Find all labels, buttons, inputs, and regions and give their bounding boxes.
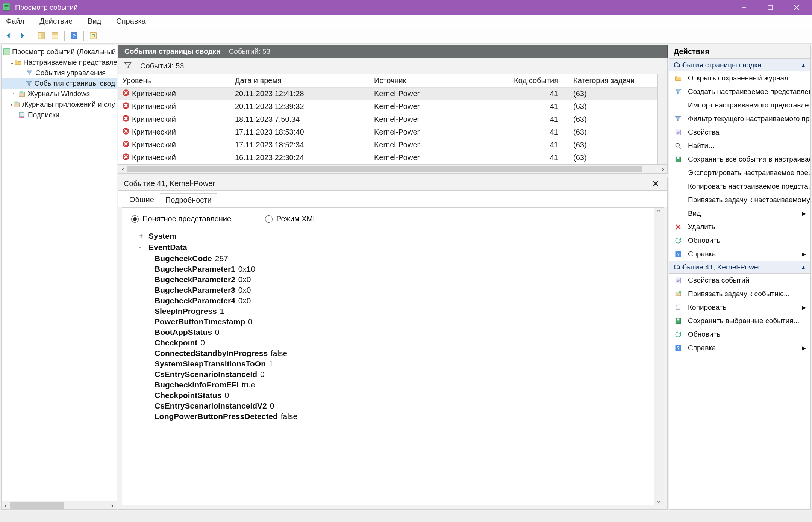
tree-subscriptions[interactable]: Подписки xyxy=(2,110,117,120)
eventdata-key: SystemSleepTransitionsToOn xyxy=(155,359,266,368)
eventdata-item: BugcheckParameter3 0x0 xyxy=(155,286,656,295)
table-row[interactable]: Критический17.11.2023 18:52:34Kernel-Pow… xyxy=(118,139,657,151)
action-item[interactable]: Импорт настраиваемого представле... xyxy=(669,98,810,112)
col-level[interactable]: Уровень xyxy=(118,74,231,88)
svg-rect-18 xyxy=(17,102,18,103)
actions-section-header-1[interactable]: События страницы сводки▲ xyxy=(669,59,810,71)
minimize-button[interactable] xyxy=(731,0,757,15)
action-item[interactable]: Сохранить выбранные события... xyxy=(669,314,810,328)
tree-label: События управления xyxy=(35,69,106,77)
toolbar-forward-button[interactable] xyxy=(17,30,28,41)
menu-action[interactable]: Действие xyxy=(37,15,75,27)
scroll-up-icon[interactable]: ⌃ xyxy=(654,208,664,217)
action-item[interactable]: Копировать▶ xyxy=(669,301,810,314)
eventdata-item: ConnectedStandbyInProgress false xyxy=(155,349,656,358)
action-item[interactable]: Привязать задачу к событию... xyxy=(669,287,810,301)
col-category[interactable]: Категория задачи xyxy=(570,74,657,88)
scroll-left-icon[interactable]: ‹ xyxy=(2,501,10,510)
action-item[interactable]: Сохранить все события в настраивае... xyxy=(669,153,810,166)
center-header-title: События страницы сводки xyxy=(124,47,221,56)
system-node[interactable]: +System xyxy=(139,231,656,241)
actions-section-header-2[interactable]: Событие 41, Kernel-Power▲ xyxy=(669,261,810,274)
table-row[interactable]: Критический18.11.2023 7:50:34Kernel-Powe… xyxy=(118,113,657,126)
menubar: Файл Действие Вид Справка xyxy=(0,15,812,28)
action-item[interactable]: Свойства xyxy=(669,126,810,139)
filter-count: Событий: 53 xyxy=(140,62,184,70)
category-cell: (63) xyxy=(570,139,657,151)
action-label: Создать настраиваемое представлен... xyxy=(688,88,810,96)
radio-xml-view[interactable]: Режим XML xyxy=(265,215,317,223)
col-datetime[interactable]: Дата и время xyxy=(231,74,370,88)
radio-friendly-view[interactable]: Понятное представление xyxy=(131,215,231,223)
tree-root[interactable]: Просмотр событий (Локальный xyxy=(2,47,117,57)
chevron-up-icon: ▲ xyxy=(801,62,806,68)
action-item[interactable]: Привязать задачу к настраиваемому ... xyxy=(669,193,810,207)
table-row[interactable]: Критический20.11.2023 12:39:32Kernel-Pow… xyxy=(118,100,657,113)
source-cell: Kernel-Power xyxy=(370,139,502,151)
action-icon xyxy=(674,236,683,245)
code-cell: 41 xyxy=(502,151,570,164)
action-item[interactable]: Создать настраиваемое представлен... xyxy=(669,85,810,98)
action-item[interactable]: ?Справка▶ xyxy=(669,247,810,261)
action-item[interactable]: Открыть сохраненный журнал... xyxy=(669,71,810,85)
detail-vscrollbar[interactable]: ⌃ ⌄ xyxy=(654,208,664,505)
table-row[interactable]: Критический16.11.2023 22:30:24Kernel-Pow… xyxy=(118,151,657,164)
tree-hscrollbar[interactable]: ‹ › xyxy=(2,501,117,509)
toolbar-back-button[interactable] xyxy=(3,30,14,41)
detail-tabs: Общие Подробности xyxy=(118,191,667,207)
tree-custom-views[interactable]: ⌄ Настраиваемые представлен xyxy=(2,57,117,68)
toolbar-properties-button[interactable] xyxy=(49,30,61,41)
action-label: Справка xyxy=(688,250,716,258)
svg-rect-17 xyxy=(15,102,16,103)
event-list-hscrollbar[interactable]: ‹ › xyxy=(118,164,667,173)
expander-icon[interactable]: ⌄ xyxy=(10,59,14,65)
action-item[interactable]: Свойства событий xyxy=(669,274,810,287)
tab-details[interactable]: Подробности xyxy=(160,193,217,208)
svg-point-49 xyxy=(679,291,682,294)
tree-admin-events[interactable]: События управления xyxy=(2,68,117,78)
level-text: Критический xyxy=(132,102,176,111)
tree-summary-events[interactable]: События страницы свод xyxy=(2,78,117,89)
scroll-right-icon[interactable]: › xyxy=(658,165,667,173)
expander-icon[interactable]: › xyxy=(10,101,13,107)
scroll-right-icon[interactable]: › xyxy=(108,501,117,510)
tab-general[interactable]: Общие xyxy=(124,193,160,207)
detail-close-button[interactable]: ✕ xyxy=(649,178,662,189)
critical-icon xyxy=(122,140,130,150)
action-item[interactable]: Удалить xyxy=(669,220,810,234)
col-source[interactable]: Источник xyxy=(370,74,502,88)
tree-app-logs[interactable]: › Журналы приложений и слу xyxy=(2,99,117,110)
action-item[interactable]: Копировать настраиваемое предста... xyxy=(669,180,810,193)
tree-windows-logs[interactable]: › Журналы Windows xyxy=(2,89,117,99)
maximize-button[interactable] xyxy=(757,0,783,15)
action-item[interactable]: Обновить xyxy=(669,328,810,341)
event-list-header-row: Уровень Дата и время Источник Код событи… xyxy=(118,74,657,88)
menu-view[interactable]: Вид xyxy=(85,15,103,27)
toolbar-refresh-button[interactable] xyxy=(88,30,99,41)
action-icon xyxy=(674,303,683,312)
svg-text:?: ? xyxy=(677,252,680,257)
toolbar-separator xyxy=(64,31,65,41)
close-button[interactable] xyxy=(783,0,810,15)
action-item[interactable]: Вид▶ xyxy=(669,207,810,220)
menu-file[interactable]: Файл xyxy=(4,15,27,27)
table-row[interactable]: Критический20.11.2023 12:41:28Kernel-Pow… xyxy=(118,88,657,100)
action-icon xyxy=(674,114,683,123)
action-item[interactable]: ?Справка▶ xyxy=(669,341,810,355)
scroll-left-icon[interactable]: ‹ xyxy=(118,165,127,173)
toolbar-show-action-pane-button[interactable] xyxy=(36,30,47,41)
eventdata-key: CsEntryScenarioInstanceId xyxy=(155,370,257,378)
menu-help[interactable]: Справка xyxy=(114,15,148,27)
action-item[interactable]: Фильтр текущего настраиваемого пр... xyxy=(669,112,810,126)
table-row[interactable]: Критический17.11.2023 18:53:40Kernel-Pow… xyxy=(118,126,657,139)
eventdata-node[interactable]: -EventData xyxy=(139,243,656,252)
toolbar-help-button[interactable]: ? xyxy=(68,30,80,41)
expander-icon[interactable]: › xyxy=(10,91,17,97)
scroll-down-icon[interactable]: ⌄ xyxy=(654,496,664,505)
event-list-vscrollbar[interactable] xyxy=(657,74,667,164)
action-item[interactable]: Обновить xyxy=(669,234,810,247)
action-item[interactable]: Найти... xyxy=(669,139,810,153)
action-item[interactable]: Экспортировать настраиваемое пре... xyxy=(669,166,810,180)
eventdata-key: ConnectedStandbyInProgress xyxy=(155,349,268,357)
col-code[interactable]: Код события xyxy=(502,74,570,88)
